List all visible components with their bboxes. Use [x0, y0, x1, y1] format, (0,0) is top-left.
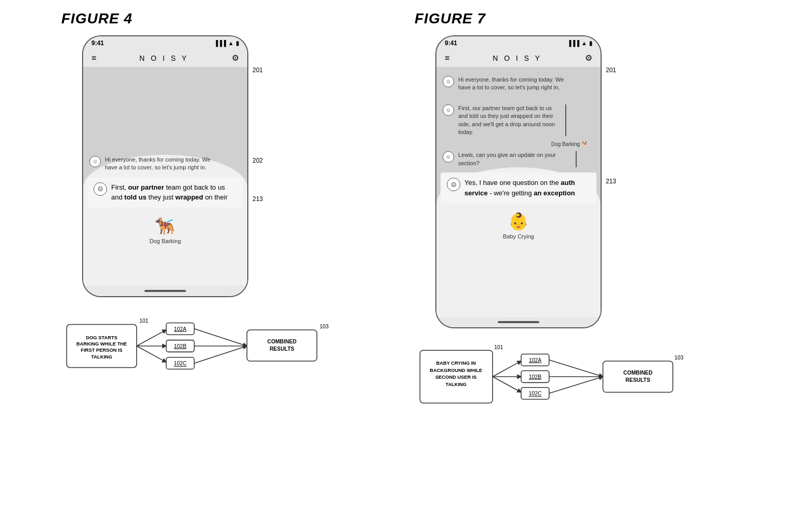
- spacer-fig7: [443, 96, 594, 100]
- svg-line-30: [493, 377, 521, 392]
- app-title-fig4: N O I S Y: [139, 54, 189, 62]
- svg-rect-18: [247, 330, 317, 361]
- avatar-2-fig7: ☺: [443, 104, 454, 116]
- ref-202-fig4: 202: [252, 157, 263, 164]
- figure-4-phone-wrapper: 9:41 ▐▐▐ ▲ ▮ ≡ N O I S Y ⚙: [61, 35, 248, 297]
- svg-line-17: [194, 346, 247, 363]
- time-fig7: 9:41: [445, 39, 457, 47]
- svg-line-39: [549, 377, 603, 393]
- bubble-1-fig4: Hi everyone, thanks for coming today. We…: [105, 156, 219, 172]
- home-indicator-fig4: [83, 286, 247, 296]
- svg-text:103: 103: [674, 355, 684, 361]
- ref-201-fig4: 201: [252, 66, 263, 74]
- noise-indicator-fig7: 👶 Baby Crying: [436, 203, 601, 245]
- large-message-text-fig4: First, our partner team got back to us a…: [111, 182, 237, 203]
- hamburger-icon-fig7[interactable]: ≡: [445, 54, 449, 63]
- svg-text:101: 101: [139, 318, 149, 324]
- gear-icon-fig7[interactable]: ⚙: [585, 53, 592, 63]
- status-icons-fig7: ▐▐▐ ▲ ▮: [567, 40, 592, 47]
- svg-text:FIRST PERSON IS: FIRST PERSON IS: [81, 348, 123, 353]
- noise-indicator-fig4: 🐕‍🦺 Dog Barking: [83, 208, 247, 249]
- figure-7-phone: 9:41 ▐▐▐ ▲ ▮ ≡ N O I S Y ⚙: [435, 35, 602, 328]
- app-title-fig7: N O I S Y: [493, 54, 542, 62]
- figure-7-phone-wrapper: 9:41 ▐▐▐ ▲ ▮ ≡ N O I S Y ⚙: [415, 35, 602, 328]
- svg-text:RESULTS: RESULTS: [270, 346, 295, 352]
- time-fig4: 9:41: [91, 39, 104, 47]
- noise-label-fig4: Dog Barking: [150, 238, 181, 244]
- svg-line-37: [549, 360, 603, 377]
- svg-text:SECOND USER IS: SECOND USER IS: [435, 375, 477, 380]
- svg-text:DOG STARTS: DOG STARTS: [86, 335, 117, 340]
- home-indicator-fig7: [436, 317, 601, 327]
- diagram-svg-fig7: BABY CRYING IN BACKGROUND WHILE SECOND U…: [415, 341, 716, 414]
- noise-label-fig7: Baby Crying: [503, 233, 534, 240]
- svg-text:102C: 102C: [529, 391, 542, 396]
- ref-labels-fig7: 201 213: [606, 66, 616, 185]
- figure-4-title: FIGURE 4: [61, 10, 132, 27]
- chat-area-fig4: ☺ Hi everyone, thanks for coming today. …: [83, 68, 247, 286]
- gear-icon-fig4[interactable]: ⚙: [232, 53, 239, 63]
- app-header-fig7: ≡ N O I S Y ⚙: [436, 49, 601, 68]
- signal-icon: ▐▐▐: [214, 40, 226, 46]
- home-bar-fig4: [144, 290, 186, 292]
- baby-crying-icon-fig7: 👶: [508, 211, 529, 231]
- chat-area-fig7: ☺ Hi everyone, thanks for coming today. …: [436, 68, 601, 317]
- ref-213-fig4: 213: [252, 195, 263, 203]
- signal-icon-fig7: ▐▐▐: [567, 40, 579, 46]
- home-bar-fig7: [498, 321, 539, 323]
- svg-text:101: 101: [494, 344, 503, 350]
- svg-text:TALKING: TALKING: [91, 354, 112, 360]
- hamburger-icon-fig4[interactable]: ≡: [91, 54, 96, 63]
- avatar-1-fig7: ☺: [443, 76, 454, 87]
- svg-text:RESULTS: RESULTS: [626, 377, 650, 383]
- ref-213-fig7: 213: [606, 178, 616, 185]
- avatar-1-fig4: ☺: [89, 156, 101, 167]
- battery-icon: ▮: [236, 40, 239, 47]
- svg-text:102A: 102A: [174, 326, 187, 332]
- figure-7-container: FIGURE 7 9:41 ▐▐▐ ▲ ▮ ≡: [415, 10, 737, 414]
- svg-text:103: 103: [320, 324, 329, 329]
- svg-text:102B: 102B: [174, 343, 187, 349]
- bubble-3-fig7: Lewis, can you give an update on your se…: [458, 151, 573, 167]
- scroll-indicator2-fig7: [576, 151, 577, 167]
- svg-line-28: [493, 361, 521, 377]
- figure-4-container: FIGURE 4 9:41 ▐▐▐ ▲ ▮ ≡: [61, 10, 383, 382]
- status-icons-fig4: ▐▐▐ ▲ ▮: [214, 40, 239, 47]
- svg-text:102C: 102C: [174, 361, 187, 366]
- large-message-fig7: ☹ Yes, I have one question on the auth s…: [441, 172, 596, 203]
- battery-icon-fig7: ▮: [589, 40, 592, 47]
- wifi-icon-fig7: ▲: [581, 40, 587, 46]
- avatar-large-fig7: ☹: [447, 178, 460, 191]
- figures-row: FIGURE 4 9:41 ▐▐▐ ▲ ▮ ≡: [21, 10, 777, 522]
- avatar-large-fig4: ☹: [94, 182, 107, 196]
- chat-msg-3-fig7: ☺ Lewis, can you give an update on your …: [443, 151, 594, 167]
- diagram-fig4: DOG STARTS BARKING WHILE THE FIRST PERSO…: [61, 310, 363, 382]
- large-message-fig4: ☹ First, our partner team got back to us…: [87, 177, 243, 208]
- dog-tag-icon-fig7: 🐕: [582, 141, 588, 147]
- avatar-3-fig7: ☺: [443, 151, 454, 163]
- chat-messages-fig4: ☺ Hi everyone, thanks for coming today. …: [83, 151, 247, 177]
- dog-tag-label-fig7: Dog Barking: [551, 141, 580, 147]
- bubble-1-fig7: Hi everyone, thanks for coming today. We…: [458, 76, 573, 92]
- svg-text:102A: 102A: [529, 357, 541, 363]
- figure-4-phone: 9:41 ▐▐▐ ▲ ▮ ≡ N O I S Y ⚙: [82, 35, 248, 297]
- chat-msg-1-fig7: ☺ Hi everyone, thanks for coming today. …: [443, 76, 594, 92]
- svg-text:BACKGROUND WHILE: BACKGROUND WHILE: [430, 368, 482, 373]
- scroll-indicator-fig7: [565, 104, 566, 137]
- chat-msg-2-fig7: ☺ First, our partner team got back to us…: [443, 104, 594, 137]
- app-header-fig4: ≡ N O I S Y ⚙: [83, 49, 247, 68]
- status-bar-fig7: 9:41 ▐▐▐ ▲ ▮: [436, 36, 601, 49]
- diagram-fig7: BABY CRYING IN BACKGROUND WHILE SECOND U…: [415, 341, 716, 414]
- dog-barking-icon-fig4: 🐕‍🦺: [155, 216, 176, 236]
- ref-201-fig7: 201: [606, 66, 616, 74]
- svg-line-15: [194, 329, 247, 346]
- figure-7-title: FIGURE 7: [415, 10, 486, 27]
- status-bar-fig4: 9:41 ▐▐▐ ▲ ▮: [83, 36, 247, 49]
- chat-messages-fig7: ☺ Hi everyone, thanks for coming today. …: [436, 68, 601, 172]
- large-message-text-fig7: Yes, I have one question on the auth ser…: [464, 178, 590, 198]
- svg-text:BARKING WHILE THE: BARKING WHILE THE: [76, 341, 127, 347]
- dog-barking-tag-fig7: Dog Barking 🐕: [443, 141, 594, 147]
- chat-msg-1-fig4: ☺ Hi everyone, thanks for coming today. …: [89, 156, 241, 172]
- wifi-icon: ▲: [228, 40, 234, 46]
- svg-text:TALKING: TALKING: [445, 382, 467, 387]
